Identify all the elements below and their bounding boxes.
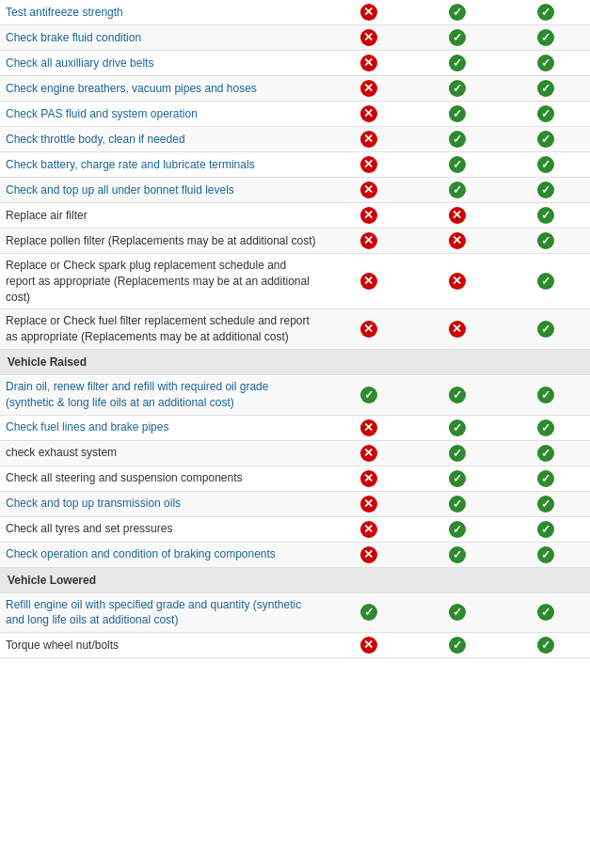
red-cross-icon: ✕	[360, 637, 377, 654]
check-cell: ✕	[325, 309, 413, 350]
red-cross-icon: ✕	[360, 131, 377, 148]
item-label: check exhaust system	[0, 440, 325, 466]
check-cell: ✓	[413, 592, 502, 633]
check-cell: ✕	[325, 633, 413, 658]
check-cell: ✓	[413, 0, 502, 25]
red-cross-icon: ✕	[360, 419, 377, 436]
green-check-icon: ✓	[537, 637, 554, 654]
green-check-icon: ✓	[537, 496, 554, 513]
table-row: check exhaust system✕✓✓	[0, 440, 590, 466]
table-row: Test antifreeze strength✕✓✓	[0, 0, 590, 25]
table-row: Torque wheel nut/bolts✕✓✓	[0, 633, 590, 658]
check-cell: ✓	[502, 178, 590, 203]
green-check-icon: ✓	[537, 207, 554, 224]
red-cross-icon: ✕	[360, 521, 377, 538]
check-cell: ✓	[413, 542, 502, 567]
check-cell: ✕	[325, 102, 413, 127]
check-cell: ✕	[325, 178, 413, 203]
check-cell: ✓	[413, 178, 502, 203]
red-cross-icon: ✕	[360, 156, 377, 173]
check-cell: ✓	[502, 76, 590, 102]
table-row: Check engine breathers, vacuum pipes and…	[0, 76, 590, 102]
section-header-label: Vehicle Raised	[0, 349, 590, 374]
table-row: Check all tyres and set pressures✕✓✓	[0, 516, 590, 542]
green-check-icon: ✓	[537, 546, 554, 563]
green-check-icon: ✓	[537, 131, 554, 148]
green-check-icon: ✓	[537, 604, 554, 621]
red-cross-icon: ✕	[360, 496, 377, 513]
table-row: Refill engine oil with specified grade a…	[0, 592, 590, 633]
red-cross-icon: ✕	[360, 232, 377, 249]
green-check-icon: ✓	[449, 521, 466, 538]
check-cell: ✕	[413, 203, 502, 229]
check-cell: ✓	[502, 309, 590, 350]
item-label: Replace pollen filter (Replacements may …	[0, 229, 325, 254]
check-cell: ✕	[325, 516, 413, 542]
red-cross-icon: ✕	[360, 273, 377, 290]
green-check-icon: ✓	[449, 4, 466, 21]
item-label: Check battery, charge rate and lubricate…	[0, 152, 325, 178]
item-label: Check and top up all under bonnet fluid …	[0, 178, 325, 203]
item-label: Check and top up transmission oils	[0, 491, 325, 516]
check-cell: ✓	[502, 254, 590, 309]
check-cell: ✕	[325, 127, 413, 152]
red-cross-icon: ✕	[360, 80, 377, 97]
green-check-icon: ✓	[449, 637, 466, 654]
check-cell: ✓	[325, 374, 413, 415]
red-cross-icon: ✕	[360, 546, 377, 563]
green-check-icon: ✓	[449, 131, 466, 148]
check-cell: ✓	[502, 415, 590, 440]
check-cell: ✕	[325, 152, 413, 178]
red-cross-icon: ✕	[360, 29, 377, 46]
item-label: Replace air filter	[0, 203, 325, 229]
item-label: Check engine breathers, vacuum pipes and…	[0, 76, 325, 102]
table-row: Check throttle body, clean if needed✕✓✓	[0, 127, 590, 152]
item-label: Check throttle body, clean if needed	[0, 127, 325, 152]
check-cell: ✓	[502, 127, 590, 152]
green-check-icon: ✓	[537, 232, 554, 249]
table-row: Check and top up all under bonnet fluid …	[0, 178, 590, 203]
green-check-icon: ✓	[537, 156, 554, 173]
item-label: Drain oil, renew filter and refill with …	[0, 374, 325, 415]
green-check-icon: ✓	[537, 470, 554, 487]
green-check-icon: ✓	[449, 445, 466, 462]
check-cell: ✓	[413, 516, 502, 542]
item-label: Torque wheel nut/bolts	[0, 633, 325, 658]
item-label: Check PAS fluid and system operation	[0, 102, 325, 127]
check-cell: ✓	[413, 127, 502, 152]
check-cell: ✓	[502, 491, 590, 516]
check-cell: ✓	[413, 76, 502, 102]
red-cross-icon: ✕	[360, 470, 377, 487]
item-label: Check all steering and suspension compon…	[0, 466, 325, 491]
green-check-icon: ✓	[449, 496, 466, 513]
green-check-icon: ✓	[537, 29, 554, 46]
check-cell: ✓	[413, 440, 502, 466]
check-cell: ✕	[325, 415, 413, 440]
green-check-icon: ✓	[449, 419, 466, 436]
green-check-icon: ✓	[537, 105, 554, 122]
item-label: Refill engine oil with specified grade a…	[0, 592, 325, 633]
check-cell: ✕	[325, 440, 413, 466]
check-cell: ✓	[502, 466, 590, 491]
check-cell: ✓	[502, 633, 590, 658]
item-label: Check all tyres and set pressures	[0, 516, 325, 542]
green-check-icon: ✓	[449, 387, 466, 403]
check-cell: ✓	[413, 25, 502, 51]
check-cell: ✓	[413, 633, 502, 658]
red-cross-icon: ✕	[449, 232, 466, 249]
check-cell: ✕	[325, 25, 413, 51]
green-check-icon: ✓	[537, 521, 554, 538]
check-cell: ✕	[413, 254, 502, 309]
check-cell: ✕	[325, 203, 413, 229]
green-check-icon: ✓	[537, 4, 554, 21]
check-cell: ✓	[502, 542, 590, 567]
red-cross-icon: ✕	[360, 181, 377, 198]
green-check-icon: ✓	[537, 55, 554, 71]
table-row: Replace or Check fuel filter replacement…	[0, 309, 590, 350]
check-cell: ✕	[325, 466, 413, 491]
green-check-icon: ✓	[360, 387, 377, 403]
check-cell: ✓	[502, 592, 590, 633]
item-label: Check fuel lines and brake pipes	[0, 415, 325, 440]
check-cell: ✕	[325, 51, 413, 76]
red-cross-icon: ✕	[360, 207, 377, 224]
